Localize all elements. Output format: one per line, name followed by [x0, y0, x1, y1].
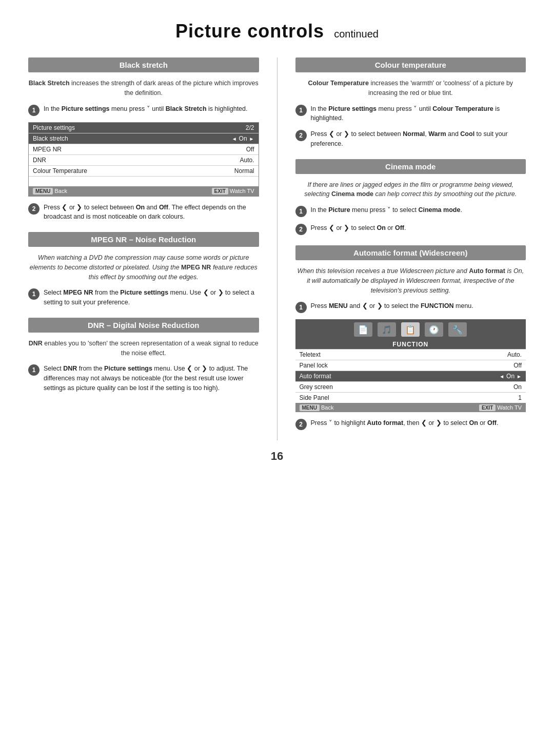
mpeg-nr-step1: 1 Select MPEG NR from the Picture settin…: [28, 288, 259, 307]
black-stretch-desc: Black Stretch increases the strength of …: [28, 79, 259, 98]
table-row-mpeg-nr: MPEG NR Off: [29, 144, 259, 154]
function-row-teletext: Teletext Auto.: [295, 349, 526, 360]
section-header-colour-temp: Colour temperature: [295, 57, 526, 72]
section-dnr: DNR – Digital Noise Reduction DNR enable…: [28, 318, 259, 393]
section-cinema-mode: Cinema mode If there are lines or jagged…: [295, 159, 526, 236]
section-header-auto-format: Automatic format (Widescreen): [295, 245, 526, 260]
settings-table-page: 2/2: [246, 124, 254, 131]
mpeg-nr-desc: When watching a DVD the compression may …: [28, 253, 259, 282]
section-header-dnr: DNR – Digital Noise Reduction: [28, 318, 259, 333]
settings-table-header: Picture settings 2/2: [29, 123, 259, 133]
step-number-3: 1: [28, 288, 39, 300]
function-row-auto-format: Auto format On: [295, 371, 526, 381]
black-stretch-step2: 2 Press ❮ or ❯ to select between On and …: [28, 203, 259, 222]
page-title: Picture controls continued: [0, 0, 554, 57]
step-number-r1: 1: [295, 105, 307, 116]
section-header-black-stretch: Black stretch: [28, 57, 259, 72]
settings-table-title: Picture settings: [33, 124, 75, 131]
step1-text: In the Picture settings menu press ˅ unt…: [44, 104, 248, 114]
colour-temp-step1-text: In the Picture settings menu press ˅ unt…: [311, 104, 526, 124]
cinema-mode-step2: 2 Press ❮ or ❯ to select On or Off.: [295, 223, 526, 235]
auto-format-step1-text: Press MENU and ❮ or ❯ to select the FUNC…: [311, 301, 473, 311]
auto-format-step1: 1 Press MENU and ❮ or ❯ to select the FU…: [295, 301, 526, 313]
section-colour-temperature: Colour temperature Colour Temperature in…: [295, 57, 526, 149]
dnr-step1: 1 Select DNR from the Picture settings m…: [28, 364, 259, 393]
page-number: 16: [0, 440, 554, 473]
function-table: 📄 🎵 📋 🕐 🔧 FUNCTION Teletext Auto. Panel …: [295, 319, 526, 412]
colour-temp-step1: 1 In the Picture settings menu press ˅ u…: [295, 104, 526, 124]
dnr-desc: DNR enables you to 'soften' the screen r…: [28, 339, 259, 358]
colour-temp-step2: 2 Press ❮ or ❯ to select between Normal,…: [295, 129, 526, 149]
table-row-colour-temp: Colour Temperature Normal: [29, 165, 259, 176]
title-continued: continued: [334, 28, 379, 40]
cinema-step1-text: In the Picture menu press ˅ to select Ci…: [311, 205, 462, 215]
dnr-step1-text: Select DNR from the Picture settings men…: [44, 364, 259, 393]
step-number-r3: 1: [295, 206, 307, 217]
func-icon-3: 📋: [401, 322, 420, 337]
settings-table-footer: MENU Back EXIT Watch TV: [29, 186, 259, 196]
auto-format-step2-text: Press ˅ to highlight Auto format, then ❮…: [311, 418, 499, 428]
black-stretch-step1: 1 In the Picture settings menu press ˅ u…: [28, 104, 259, 116]
left-column: Black stretch Black Stretch increases th…: [15, 57, 278, 440]
title-main: Picture controls: [175, 21, 324, 42]
function-menu-icons: 📄 🎵 📋 🕐 🔧: [295, 319, 526, 340]
step-number-4: 1: [28, 364, 39, 376]
function-table-title: FUNCTION: [295, 340, 526, 349]
section-auto-format: Automatic format (Widescreen) When this …: [295, 245, 526, 430]
colour-temp-step2-text: Press ❮ or ❯ to select between Normal, W…: [311, 129, 526, 149]
colour-temp-desc: Colour Temperature increases the 'warmth…: [295, 79, 526, 98]
cinema-step2-text: Press ❮ or ❯ to select On or Off.: [311, 223, 406, 233]
table-row-dnr: DNR Auto.: [29, 154, 259, 165]
mpeg-step1-text: Select MPEG NR from the Picture settings…: [44, 288, 259, 307]
cinema-mode-desc: If there are lines or jagged edges in th…: [295, 180, 526, 200]
table-row-empty: [29, 176, 259, 186]
function-footer-menu: MENU Back: [300, 404, 334, 411]
step-number-r5: 1: [295, 302, 307, 313]
section-header-cinema-mode: Cinema mode: [295, 159, 526, 174]
function-row-side-panel: Side Panel 1: [295, 392, 526, 403]
function-table-footer: MENU Back EXIT Watch TV: [295, 403, 526, 412]
step-number-r4: 2: [295, 224, 307, 235]
function-row-grey-screen: Grey screen On: [295, 381, 526, 392]
section-black-stretch: Black stretch Black Stretch increases th…: [28, 57, 259, 222]
func-icon-2: 🎵: [378, 322, 396, 337]
function-footer-exit: EXIT Watch TV: [479, 404, 522, 411]
picture-settings-table: Picture settings 2/2 Black stretch On MP…: [28, 122, 259, 197]
step2-text: Press ❮ or ❯ to select between On and Of…: [44, 203, 259, 222]
right-column: Colour temperature Colour Temperature in…: [278, 57, 539, 440]
auto-format-desc: When this television receives a true Wid…: [295, 266, 526, 295]
func-icon-4: 🕐: [425, 322, 443, 337]
section-mpeg-nr: MPEG NR – Noise Reduction When watching …: [28, 232, 259, 307]
func-icon-1: 📄: [354, 322, 372, 337]
step-number-r6: 2: [295, 419, 307, 430]
section-header-mpeg-nr: MPEG NR – Noise Reduction: [28, 232, 259, 247]
func-icon-5: 🔧: [448, 322, 467, 337]
step-number-r2: 2: [295, 130, 307, 141]
cinema-mode-step1: 1 In the Picture menu press ˅ to select …: [295, 205, 526, 217]
function-row-panel-lock: Panel lock Off: [295, 360, 526, 371]
table-row-black-stretch: Black stretch On: [29, 133, 259, 144]
auto-format-step2: 2 Press ˅ to highlight Auto format, then…: [295, 418, 526, 430]
footer-exit-watch: EXIT Watch TV: [212, 188, 254, 195]
step-number-1: 1: [28, 105, 39, 116]
step-number-2: 2: [28, 203, 39, 215]
footer-menu-back: MENU Back: [33, 188, 67, 195]
